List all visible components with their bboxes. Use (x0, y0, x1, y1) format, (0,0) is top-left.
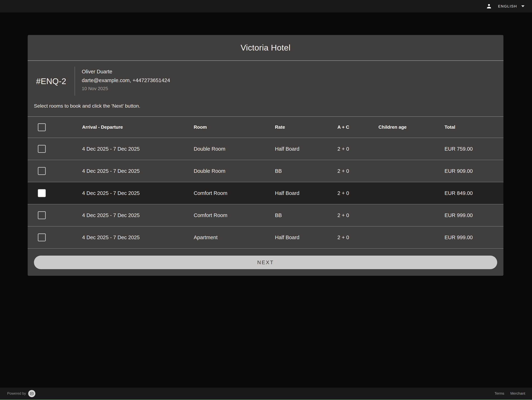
terms-link[interactable]: Terms (494, 391, 504, 395)
cell-arrival-departure: 4 Dec 2025 - 7 Dec 2025 (82, 190, 194, 196)
enquiry-id: #ENQ-2 (28, 67, 75, 96)
cell-room: Double Room (194, 168, 275, 174)
row-checkbox-cell (28, 145, 82, 153)
column-rate: Rate (275, 124, 337, 130)
cell-rate: Half Board (275, 146, 337, 152)
enquiry-date: 10 Nov 2025 (82, 86, 170, 91)
instruction-text: Select rooms to book and click the 'Next… (34, 103, 503, 109)
cell-arrival-departure: 4 Dec 2025 - 7 Dec 2025 (82, 146, 194, 152)
powered-by-label: Powered by (7, 391, 26, 395)
column-total: Total (444, 124, 503, 130)
person-icon[interactable] (486, 3, 492, 10)
cell-total: EUR 849.00 (444, 190, 503, 196)
merchant-link[interactable]: Merchant (510, 391, 525, 395)
column-children-age: Children age (379, 124, 444, 130)
cell-adults-children: 2 + 0 (337, 190, 379, 196)
table-row[interactable]: 4 Dec 2025 - 7 Dec 2025 Comfort Room Hal… (28, 182, 503, 204)
language-label: ENGLISH (498, 4, 517, 8)
enquiry-info: Oliver Duarte darte@example.com, +447273… (82, 67, 170, 96)
cell-arrival-departure: 4 Dec 2025 - 7 Dec 2025 (82, 235, 194, 241)
footer-links: Terms Merchant (494, 391, 525, 395)
powered-by-logo-icon[interactable] (28, 390, 35, 397)
row-checkbox[interactable] (38, 234, 46, 241)
enquiry-divider (75, 67, 75, 96)
cell-adults-children: 2 + 0 (337, 168, 379, 174)
cell-total: EUR 999.00 (444, 212, 503, 218)
cell-adults-children: 2 + 0 (337, 146, 379, 152)
booking-card: Victoria Hotel #ENQ-2 Oliver Duarte dart… (28, 35, 503, 276)
cell-arrival-departure: 4 Dec 2025 - 7 Dec 2025 (82, 212, 194, 218)
cell-rate: Half Board (275, 190, 337, 196)
page: { "topbar": { "language": "ENGLISH" }, "… (0, 0, 532, 400)
language-selector[interactable]: ENGLISH (498, 4, 525, 8)
cell-total: EUR 909.00 (444, 168, 503, 174)
row-checkbox[interactable] (38, 145, 46, 153)
cell-rate: Half Board (275, 235, 337, 241)
cell-rate: BB (275, 168, 337, 174)
table-row[interactable]: 4 Dec 2025 - 7 Dec 2025 Comfort Room BB … (28, 204, 503, 227)
footer: Powered by Terms Merchant (0, 387, 532, 400)
cell-arrival-departure: 4 Dec 2025 - 7 Dec 2025 (82, 168, 194, 174)
row-checkbox[interactable] (38, 189, 46, 197)
column-room: Room (194, 124, 275, 130)
guest-contact: darte@example.com, +447273651424 (82, 77, 170, 83)
guest-name: Oliver Duarte (82, 69, 170, 75)
cell-adults-children: 2 + 0 (337, 212, 379, 218)
cell-room: Comfort Room (194, 190, 275, 196)
room-table: Arrival - Departure Room Rate A + C Chil… (28, 116, 503, 249)
cell-total: EUR 759.00 (444, 146, 503, 152)
row-checkbox-cell (28, 234, 82, 241)
column-arrival-departure: Arrival - Departure (82, 124, 194, 130)
card-header: Victoria Hotel (28, 35, 503, 61)
chevron-down-icon (521, 5, 525, 7)
row-checkbox-cell (28, 167, 82, 175)
cell-room: Double Room (194, 146, 275, 152)
topbar: ENGLISH (0, 0, 532, 13)
room-table-body: 4 Dec 2025 - 7 Dec 2025 Double Room Half… (28, 138, 503, 249)
table-header-row: Arrival - Departure Room Rate A + C Chil… (28, 117, 503, 138)
table-row[interactable]: 4 Dec 2025 - 7 Dec 2025 Double Room Half… (28, 138, 503, 160)
cell-adults-children: 2 + 0 (337, 235, 379, 241)
powered-by: Powered by (7, 390, 35, 397)
table-row[interactable]: 4 Dec 2025 - 7 Dec 2025 Apartment Half B… (28, 227, 503, 249)
enquiry-summary: #ENQ-2 Oliver Duarte darte@example.com, … (28, 67, 503, 96)
column-adults-children: A + C (337, 124, 379, 130)
table-row[interactable]: 4 Dec 2025 - 7 Dec 2025 Double Room BB 2… (28, 160, 503, 182)
cell-room: Apartment (194, 235, 275, 241)
next-button[interactable]: NEXT (34, 256, 497, 269)
cell-room: Comfort Room (194, 212, 275, 218)
cell-total: EUR 999.00 (444, 235, 503, 241)
row-checkbox[interactable] (38, 167, 46, 175)
hotel-title: Victoria Hotel (241, 43, 291, 52)
row-checkbox-cell (28, 211, 82, 219)
cell-rate: BB (275, 212, 337, 218)
row-checkbox[interactable] (38, 211, 46, 219)
header-checkbox-cell (28, 123, 82, 131)
select-all-checkbox[interactable] (38, 123, 46, 131)
row-checkbox-cell (28, 189, 82, 197)
